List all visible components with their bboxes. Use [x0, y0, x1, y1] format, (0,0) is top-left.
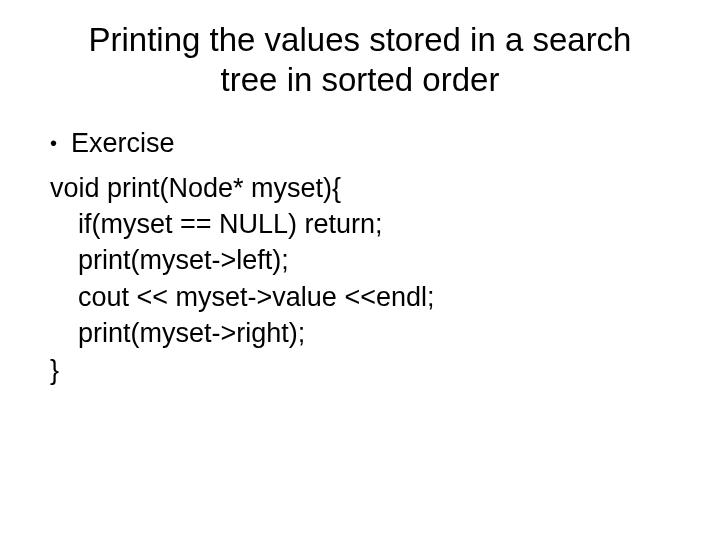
- code-line-2: if(myset == NULL) return;: [50, 206, 670, 242]
- code-line-6: }: [50, 352, 670, 388]
- code-line-4: cout << myset->value <<endl;: [50, 279, 670, 315]
- bullet-marker: •: [50, 131, 57, 155]
- code-block: void print(Node* myset){ if(myset == NUL…: [50, 170, 670, 389]
- code-line-3: print(myset->left);: [50, 242, 670, 278]
- code-line-5: print(myset->right);: [50, 315, 670, 351]
- slide-title: Printing the values stored in a search t…: [50, 20, 670, 99]
- code-line-1: void print(Node* myset){: [50, 170, 670, 206]
- bullet-text: Exercise: [71, 127, 175, 159]
- bullet-item: • Exercise: [50, 127, 670, 159]
